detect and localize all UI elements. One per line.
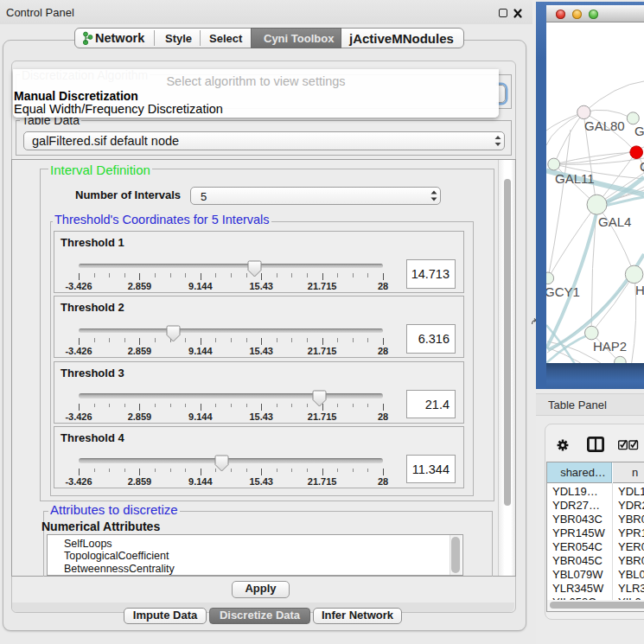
- svg-text:G: G: [634, 124, 644, 138]
- svg-text:GCY1: GCY1: [546, 284, 580, 299]
- svg-text:HAP2: HAP2: [593, 339, 627, 354]
- svg-text:H: H: [635, 283, 644, 297]
- svg-text:GAL80: GAL80: [584, 118, 625, 133]
- svg-text:C: C: [640, 159, 644, 174]
- svg-text:GAL4: GAL4: [598, 214, 631, 229]
- svg-text:GAL11: GAL11: [555, 171, 595, 186]
